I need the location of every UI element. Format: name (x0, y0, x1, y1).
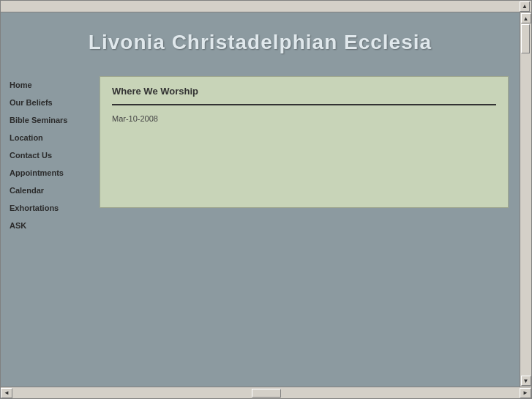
sidebar-item-calendar[interactable]: Calendar (7, 182, 90, 199)
site-title: Livonia Christadelphian Ecclesia (8, 31, 512, 54)
bottom-scrollbar: ◄ ► (1, 387, 531, 398)
sidebar-item-ask[interactable]: ASK (7, 217, 90, 234)
content-divider (112, 104, 496, 105)
content-area: Where We Worship Mar-10-2008 (96, 69, 520, 387)
sidebar-item-location[interactable]: Location (7, 129, 90, 146)
sidebar-item-bible-seminars[interactable]: Bible Seminars (7, 111, 90, 129)
browser-window: ▲ Livonia Christadelphian Ecclesia Home … (0, 0, 532, 399)
scroll-up-button[interactable]: ▲ (520, 1, 530, 12)
right-scrollbar: ▲ ▼ (520, 12, 531, 387)
bottom-track (12, 388, 520, 398)
main-content: Livonia Christadelphian Ecclesia Home Ou… (1, 12, 520, 387)
scroll-right-button[interactable]: ► (520, 388, 531, 398)
scrollbar-thumb[interactable] (521, 24, 530, 53)
scroll-down-right-button[interactable]: ▼ (521, 376, 531, 386)
sidebar-item-exhortations[interactable]: Exhortations (7, 199, 90, 217)
content-date: Mar-10-2008 (112, 114, 496, 123)
top-scrollbar: ▲ (1, 1, 531, 12)
sidebar-item-our-beliefs[interactable]: Our Beliefs (7, 94, 90, 111)
scroll-up-right-button[interactable]: ▲ (521, 13, 531, 23)
sidebar-nav: Home Our Beliefs Bible Seminars Location… (1, 69, 96, 387)
sidebar-item-home[interactable]: Home (7, 76, 90, 94)
scrollbar-track (521, 24, 531, 375)
content-box-title: Where We Worship (112, 86, 496, 97)
sidebar-item-contact-us[interactable]: Contact Us (7, 146, 90, 164)
scroll-left-button[interactable]: ◄ (1, 388, 12, 398)
bottom-thumb[interactable] (252, 389, 281, 398)
content-box: Where We Worship Mar-10-2008 (100, 76, 509, 208)
site-header: Livonia Christadelphian Ecclesia (1, 12, 520, 69)
sidebar-item-appointments[interactable]: Appointments (7, 164, 90, 182)
